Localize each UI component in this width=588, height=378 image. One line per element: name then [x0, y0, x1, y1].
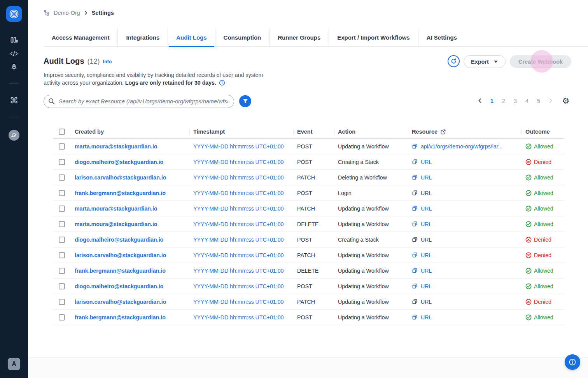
copy-icon[interactable] — [412, 221, 418, 227]
info-link[interactable]: Info — [103, 59, 112, 64]
copy-icon[interactable] — [412, 283, 418, 289]
row-checkbox[interactable] — [59, 143, 65, 150]
copy-icon[interactable] — [412, 252, 418, 258]
timestamp-link[interactable]: YYYY-MM-DD hh:mm:ss UTC+01:00 — [193, 206, 284, 212]
tab-ai-settings[interactable]: AI Settings — [418, 28, 465, 46]
tab-audit-logs[interactable]: Audit Logs — [168, 28, 215, 46]
timestamp-link[interactable]: YYYY-MM-DD hh:mm:ss UTC+01:00 — [193, 143, 284, 150]
resource-link[interactable]: URL — [421, 314, 432, 321]
outcome-label: Allowed — [534, 190, 553, 196]
created-by-link[interactable]: frank.bergmann@stackguardian.io — [75, 314, 166, 321]
event-label: POST — [297, 143, 312, 150]
row-checkbox[interactable] — [59, 221, 65, 227]
row-checkbox[interactable] — [59, 299, 65, 305]
created-by-link[interactable]: frank.bergmann@stackguardian.io — [75, 268, 166, 274]
copy-icon[interactable] — [412, 299, 418, 305]
copy-icon[interactable] — [412, 314, 418, 320]
timestamp-link[interactable]: YYYY-MM-DD hh:mm:ss UTC+01:00 — [193, 237, 284, 243]
resource-link[interactable]: api/v1/orgs/demo-org/wfgrps/lar... — [421, 143, 503, 150]
prev-page-button[interactable] — [475, 96, 485, 105]
audit-logs-table: Created by Timestampt Event Action Resou… — [53, 125, 565, 325]
user-avatar[interactable]: A — [8, 358, 20, 370]
resource-link[interactable]: URL — [421, 159, 432, 165]
created-by-link[interactable]: frank.bergmann@stackguardian.io — [75, 190, 166, 196]
row-checkbox[interactable] — [59, 283, 65, 289]
copy-icon[interactable] — [412, 159, 418, 165]
created-by-link[interactable]: larison.carvalho@stackguardian.io — [75, 299, 166, 305]
timestamp-link[interactable]: YYYY-MM-DD hh:mm:ss UTC+01:00 — [193, 268, 284, 274]
copy-icon[interactable] — [412, 206, 418, 211]
create-webhook-button[interactable]: Create Webhook — [510, 55, 571, 68]
resource-link[interactable]: URL — [421, 206, 432, 212]
resource-link[interactable]: URL — [421, 299, 432, 305]
copy-icon[interactable] — [412, 174, 418, 180]
stackguardian-logo[interactable] — [6, 6, 22, 22]
timestamp-link[interactable]: YYYY-MM-DD hh:mm:ss UTC+01:00 — [193, 159, 284, 165]
page-number-2[interactable]: 2 — [499, 98, 508, 104]
resource-link[interactable]: URL — [421, 268, 432, 274]
search-input[interactable] — [44, 95, 234, 108]
select-all-checkbox[interactable] — [59, 129, 65, 135]
page-number-4[interactable]: 4 — [523, 98, 531, 104]
export-button[interactable]: Export — [464, 55, 506, 68]
page-description: Improve security, compliance and visibil… — [44, 71, 277, 88]
created-by-link[interactable]: marta.moura@stackguardian.io — [75, 206, 158, 212]
row-checkbox[interactable] — [59, 190, 65, 196]
outcome-cell: Allowed — [522, 314, 565, 321]
created-by-link[interactable]: marta.moura@stackguardian.io — [75, 221, 158, 227]
resource-link[interactable]: URL — [421, 174, 432, 181]
created-by-link[interactable]: diogo.malheiro@stackguardian.io — [75, 283, 163, 289]
created-by-link[interactable]: diogo.malheiro@stackguardian.io — [75, 159, 163, 165]
timestamp-link[interactable]: YYYY-MM-DD hh:mm:ss UTC+01:00 — [193, 314, 284, 321]
resource-link[interactable]: URL — [421, 237, 432, 243]
info-circle-icon[interactable] — [219, 80, 225, 88]
row-checkbox[interactable] — [59, 252, 65, 258]
columns-icon[interactable] — [0, 36, 28, 44]
breadcrumb-org[interactable]: Demo-Org — [54, 10, 80, 16]
timestamp-link[interactable]: YYYY-MM-DD hh:mm:ss UTC+01:00 — [193, 190, 284, 196]
created-by-link[interactable]: larison.carvalho@stackguardian.io — [75, 174, 166, 181]
created-by-link[interactable]: diogo.malheiro@stackguardian.io — [75, 237, 163, 243]
copy-icon[interactable] — [412, 143, 418, 149]
planet-avatar-icon[interactable] — [0, 130, 28, 141]
timestamp-link[interactable]: YYYY-MM-DD hh:mm:ss UTC+01:00 — [193, 252, 284, 258]
resource-link[interactable]: URL — [421, 252, 432, 258]
next-page-button[interactable] — [546, 96, 555, 105]
tab-access-management[interactable]: Access Management — [44, 28, 117, 46]
resource-link[interactable]: URL — [421, 221, 432, 227]
row-checkbox[interactable] — [59, 159, 65, 165]
tab-runner-groups[interactable]: Runner Groups — [269, 28, 329, 46]
filter-button[interactable] — [239, 95, 251, 107]
timestamp-link[interactable]: YYYY-MM-DD hh:mm:ss UTC+01:00 — [193, 174, 284, 181]
copy-icon[interactable] — [412, 237, 418, 242]
tab-integrations[interactable]: Integrations — [117, 28, 168, 46]
tab-consumption[interactable]: Consumption — [215, 28, 270, 46]
page-number-3[interactable]: 3 — [511, 98, 520, 104]
copy-icon[interactable] — [412, 190, 418, 196]
row-checkbox[interactable] — [59, 268, 65, 274]
row-checkbox[interactable] — [59, 206, 65, 212]
row-checkbox[interactable] — [59, 314, 65, 321]
resource-link[interactable]: URL — [421, 283, 432, 289]
page-number-5[interactable]: 5 — [534, 98, 543, 104]
tab-export-import-workflows[interactable]: Export / Import Workflows — [329, 28, 418, 46]
row-checkbox[interactable] — [59, 237, 65, 243]
resource-link[interactable]: URL — [421, 190, 432, 196]
refresh-button[interactable] — [448, 55, 460, 67]
command-icon[interactable]: ⌘ — [0, 96, 28, 105]
tab-label: AI Settings — [427, 34, 457, 41]
created-by-link[interactable]: larison.carvalho@stackguardian.io — [75, 252, 166, 258]
timestamp-link[interactable]: YYYY-MM-DD hh:mm:ss UTC+01:00 — [193, 221, 284, 227]
external-link-icon[interactable] — [440, 129, 446, 135]
resource-cell: URL — [408, 206, 522, 212]
copy-icon[interactable] — [412, 268, 418, 273]
row-checkbox[interactable] — [59, 174, 65, 181]
timestamp-link[interactable]: YYYY-MM-DD hh:mm:ss UTC+01:00 — [193, 283, 284, 289]
table-settings-gear-icon[interactable]: ⚙ — [561, 96, 571, 106]
help-button[interactable] — [565, 354, 580, 370]
created-by-link[interactable]: marta.moura@stackguardian.io — [75, 143, 158, 150]
page-number-1[interactable]: 1 — [488, 98, 496, 104]
rocket-icon[interactable] — [0, 63, 28, 71]
timestamp-link[interactable]: YYYY-MM-DD hh:mm:ss UTC+01:00 — [193, 299, 284, 305]
code-icon[interactable] — [0, 50, 28, 57]
